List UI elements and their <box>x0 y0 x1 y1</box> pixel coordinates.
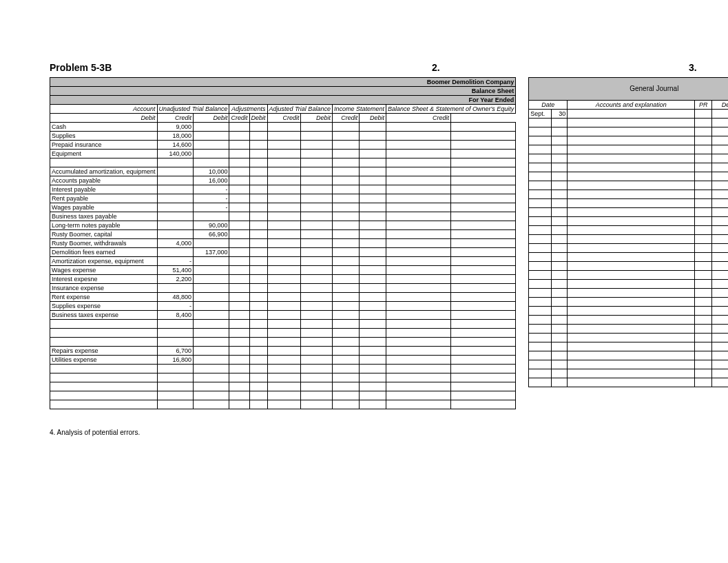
unadj-credit: 16,000 <box>194 176 229 185</box>
empty-cell <box>267 248 301 257</box>
empty-cell <box>267 141 301 150</box>
journal-month <box>529 325 552 334</box>
journal-row <box>529 172 728 181</box>
journal-day <box>552 181 568 190</box>
journal-pr <box>695 244 712 253</box>
journal-row <box>529 342 728 351</box>
empty-cell <box>301 158 333 167</box>
unadj-debit <box>157 373 193 382</box>
section-2-label: 2. <box>432 62 440 73</box>
journal-explanation <box>568 199 695 208</box>
empty-cell <box>451 400 516 409</box>
journal-day <box>552 342 568 351</box>
empty-cell <box>451 132 516 141</box>
empty-cell <box>249 293 267 302</box>
table-row <box>50 382 516 391</box>
journal-row <box>529 334 728 342</box>
empty-cell <box>249 185 267 194</box>
empty-cell <box>386 194 450 203</box>
empty-cell <box>267 311 301 320</box>
journal-day <box>552 127 568 136</box>
empty-cell <box>301 302 333 311</box>
unadj-debit <box>157 167 193 176</box>
journal-explanation <box>568 342 695 351</box>
journal-day <box>552 271 568 280</box>
empty-cell <box>332 329 359 338</box>
empty-cell <box>360 275 386 284</box>
journal-day <box>552 253 568 262</box>
empty-cell <box>332 382 359 391</box>
journal-debit <box>712 271 728 280</box>
unadj-credit <box>194 302 229 311</box>
empty-cell <box>386 185 450 194</box>
journal-pr <box>695 181 712 190</box>
journal-debit <box>712 154 728 163</box>
empty-cell <box>451 275 516 284</box>
empty-cell <box>229 275 249 284</box>
journal-pr <box>695 298 712 307</box>
empty-cell <box>451 150 516 158</box>
journal-day <box>552 145 568 154</box>
empty-cell <box>451 158 516 167</box>
col-adjtb: Adjusted Trial Balance <box>267 105 332 114</box>
journal-explanation <box>568 334 695 342</box>
head-inc-credit: Credit <box>332 114 359 123</box>
empty-cell <box>249 391 267 400</box>
empty-cell <box>451 373 516 382</box>
empty-cell <box>229 132 249 141</box>
unadj-debit <box>157 391 193 400</box>
empty-cell <box>360 167 386 176</box>
unadj-credit <box>194 158 229 167</box>
journal-pr <box>695 163 712 172</box>
empty-cell <box>332 347 359 356</box>
empty-cell <box>360 293 386 302</box>
journal-explanation <box>568 119 695 127</box>
journal-month <box>529 199 552 208</box>
empty-cell <box>301 382 333 391</box>
empty-cell <box>386 382 450 391</box>
journal-day <box>552 235 568 244</box>
empty-cell <box>301 338 333 347</box>
empty-cell <box>229 266 249 275</box>
empty-cell <box>301 167 333 176</box>
table-row: Supplies18,000 <box>50 132 516 141</box>
unadj-debit: 18,000 <box>157 132 193 141</box>
empty-cell <box>451 302 516 311</box>
journal-pr <box>695 226 712 235</box>
unadj-debit: 2,200 <box>157 275 193 284</box>
journal-pr <box>695 127 712 136</box>
empty-cell <box>249 150 267 158</box>
head-adj-credit: Credit <box>229 114 249 123</box>
empty-cell <box>360 391 386 400</box>
journal-explanation <box>568 226 695 235</box>
empty-cell <box>301 132 333 141</box>
empty-cell <box>229 194 249 203</box>
journal-pr <box>695 271 712 280</box>
journal-day <box>552 280 568 289</box>
empty-cell <box>249 221 267 230</box>
empty-cell <box>360 356 386 365</box>
journal-explanation <box>568 190 695 199</box>
empty-cell <box>267 167 301 176</box>
empty-cell <box>229 176 249 185</box>
journal-debit <box>712 253 728 262</box>
unadj-credit: 10,000 <box>194 167 229 176</box>
ws-period: For Year Ended <box>50 96 516 105</box>
empty-cell <box>332 320 359 329</box>
empty-cell <box>386 266 450 275</box>
journal-row <box>529 378 728 387</box>
unadj-debit: 6,700 <box>157 347 193 356</box>
empty-cell <box>332 221 359 230</box>
page-title: Problem 5-3B <box>50 62 112 73</box>
journal-row <box>529 280 728 289</box>
empty-cell <box>301 239 333 248</box>
journal-explanation <box>568 145 695 154</box>
journal-day <box>552 307 568 316</box>
unadj-credit: 137,000 <box>194 248 229 257</box>
empty-cell <box>360 176 386 185</box>
table-row: Wages expense51,400 <box>50 266 516 275</box>
empty-cell <box>386 141 450 150</box>
journal-day <box>552 298 568 307</box>
account-name: Rusty Boomer, capital <box>50 230 158 239</box>
empty-cell <box>386 373 450 382</box>
